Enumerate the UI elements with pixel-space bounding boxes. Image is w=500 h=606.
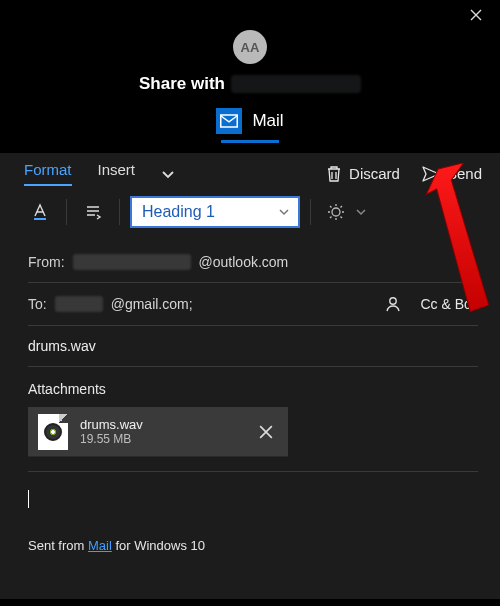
from-row: From: @outlook.com: [28, 242, 478, 283]
file-meta: drums.wav 19.55 MB: [80, 417, 143, 446]
tab-format[interactable]: Format: [24, 161, 72, 186]
discard-button[interactable]: Discard: [326, 165, 400, 183]
from-domain: @outlook.com: [199, 254, 289, 270]
titlebar: [0, 0, 500, 30]
discard-label: Discard: [349, 165, 400, 182]
app-badge[interactable]: Mail: [0, 108, 500, 134]
audio-disc-icon: [44, 423, 62, 441]
message-body[interactable]: [28, 472, 478, 512]
share-target-redacted: [231, 75, 361, 93]
file-thumb-icon: [38, 414, 68, 450]
avatar-initials: AA: [241, 40, 260, 55]
to-user-redacted: [55, 296, 103, 312]
trash-icon: [326, 165, 342, 183]
send-button[interactable]: Send: [422, 165, 482, 182]
to-row[interactable]: To: @gmail.com; Cc & Bcc: [28, 283, 478, 326]
ribbon-tabs: Format Insert: [24, 161, 175, 186]
svg-point-2: [390, 298, 396, 304]
person-icon[interactable]: [384, 295, 402, 313]
subject-field[interactable]: drums.wav: [28, 326, 478, 367]
svg-rect-0: [34, 218, 46, 220]
from-label: From:: [28, 254, 65, 270]
attachment-chip[interactable]: drums.wav 19.55 MB: [28, 407, 288, 457]
avatar: AA: [233, 30, 267, 64]
app-name: Mail: [252, 111, 283, 131]
style-select[interactable]: Heading 1: [130, 196, 300, 228]
close-icon: [259, 425, 273, 439]
app-underline: [221, 140, 279, 143]
signature-prefix: Sent from: [28, 538, 88, 553]
divider: [310, 199, 311, 225]
share-mail-window: AA Share with Mail Format Insert Discard: [0, 0, 500, 606]
signature: Sent from Mail for Windows 10: [28, 512, 478, 553]
divider: [119, 199, 120, 225]
file-size: 19.55 MB: [80, 432, 143, 446]
ribbon-primary: Format Insert Discard Send: [0, 153, 500, 188]
to-label: To:: [28, 296, 47, 312]
remove-attachment-button[interactable]: [254, 420, 278, 444]
from-user-redacted: [73, 254, 191, 270]
attachments-area: drums.wav 19.55 MB: [28, 407, 478, 472]
signature-suffix: for Windows 10: [112, 538, 205, 553]
header-fields: From: @outlook.com To: @gmail.com; Cc & …: [0, 236, 500, 553]
mail-app-icon: [216, 108, 242, 134]
chevron-down-icon: [355, 206, 367, 218]
close-button[interactable]: [462, 1, 490, 29]
ribbon-actions: Discard Send: [326, 165, 482, 183]
file-name: drums.wav: [80, 417, 143, 432]
font-color-icon: [30, 202, 50, 222]
brightness-button[interactable]: [321, 196, 373, 228]
send-icon: [422, 166, 440, 182]
paragraph-icon: [83, 202, 103, 222]
style-select-value: Heading 1: [142, 203, 215, 221]
signature-link[interactable]: Mail: [88, 538, 112, 553]
send-label: Send: [447, 165, 482, 182]
svg-point-1: [332, 208, 340, 216]
brightness-icon: [327, 203, 345, 221]
close-icon: [470, 9, 482, 21]
font-color-button[interactable]: [24, 196, 56, 228]
text-cursor: [28, 490, 29, 508]
to-domain: @gmail.com;: [111, 296, 193, 312]
cc-bcc-button[interactable]: Cc & Bcc: [420, 296, 478, 312]
tabs-more[interactable]: [161, 167, 175, 181]
ribbon-format-tools: Heading 1: [0, 188, 500, 236]
attachments-label: Attachments: [28, 367, 478, 407]
chevron-down-icon: [161, 167, 175, 181]
tab-insert[interactable]: Insert: [98, 161, 136, 186]
composer-pane: Format Insert Discard Send: [0, 153, 500, 599]
share-title: Share with: [0, 74, 500, 94]
divider: [66, 199, 67, 225]
chevron-down-icon: [278, 206, 290, 218]
paragraph-button[interactable]: [77, 196, 109, 228]
share-label: Share with: [139, 74, 225, 94]
